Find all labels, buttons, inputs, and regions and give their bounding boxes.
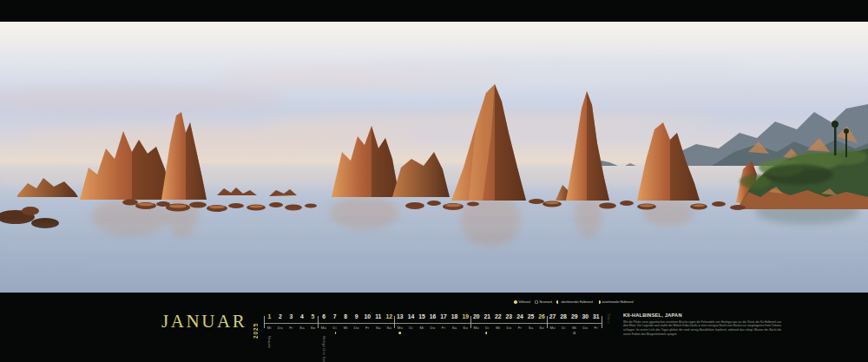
weekday-label: Mi — [493, 326, 504, 330]
weekday-label: Fr — [362, 326, 373, 330]
moon-legend-label: zunehmender Halbmond — [602, 300, 633, 304]
weekday-label: Sa — [373, 326, 385, 330]
weekday-label: Sa — [525, 326, 536, 330]
calendar-day: 10Fr — [362, 313, 373, 362]
week-tick — [470, 316, 471, 328]
moon-legend-item: Vollmond — [514, 300, 530, 304]
moon-legend-label: Neumond — [539, 300, 551, 304]
weekday-label: Fr — [515, 326, 526, 330]
weekday-label: Mo — [470, 326, 482, 330]
day-number: 9 — [351, 313, 362, 319]
calendar-day: 4Sa — [297, 313, 308, 362]
weekday-label: Do — [427, 326, 438, 330]
day-number: 15 — [417, 313, 428, 319]
calendar-day: 7Di — [329, 313, 340, 362]
weekday-label: Do — [275, 326, 286, 330]
calendar-day: 8Mi — [340, 313, 352, 362]
day-number: 3 — [286, 313, 297, 319]
calendar-day: 13Mo — [395, 313, 406, 362]
day-number: 5 — [307, 313, 319, 319]
day-number: 10 — [362, 313, 373, 319]
calendar-day: 3Fr — [286, 313, 297, 362]
moon-legend-item: zunehmender Halbmond — [597, 300, 633, 304]
weekday-label: Mo — [547, 326, 558, 330]
month-title: JANUAR — [161, 311, 247, 332]
moon-legend: VollmondNeumondabnehmender Halbmondzuneh… — [514, 300, 634, 304]
weekday-label: Do — [503, 326, 515, 330]
moon-legend-label: abnehmender Halbmond — [561, 300, 592, 304]
weekday-label: Mo — [319, 326, 330, 330]
calendar-day: 25Sa — [525, 313, 536, 362]
calendar-day: 20Mo — [470, 313, 482, 362]
calendar-day: 15Mi — [417, 313, 428, 362]
weekday-label: So — [307, 326, 319, 330]
day-number: 4 — [297, 313, 308, 319]
week-tick — [318, 316, 319, 328]
caption-body: Wie die Pfeiler einer gigantischen zerst… — [623, 320, 781, 337]
calendar-day: 28Di — [558, 313, 569, 362]
calendar-day: 2Do — [275, 313, 286, 362]
day-number: 11 — [373, 313, 385, 319]
calendar-page: JANUAR 2025 1MiNeujahr2Do3Fr4Sa5So6MoHei… — [0, 0, 868, 362]
day-number: 8 — [340, 313, 352, 319]
calendar-day: 22Mi — [493, 313, 504, 362]
weekday-label: Sa — [297, 326, 308, 330]
weekday-label: Di — [405, 326, 417, 330]
day-number: 2 — [275, 313, 286, 319]
photo-credit: Foto © — [607, 314, 610, 352]
calendar-day: 18Sa — [449, 313, 460, 362]
calendar-day: 19So — [460, 313, 471, 362]
day-number: 21 — [482, 313, 493, 319]
day-number: 20 — [470, 313, 482, 319]
weekday-label: Di — [558, 326, 569, 330]
moon-phase-icon — [333, 332, 337, 335]
week-tick — [264, 316, 265, 328]
calendar-day: 11Sa — [373, 313, 385, 362]
moon-phase-icon — [398, 332, 402, 335]
calendar-day: 30Do — [580, 313, 591, 362]
calendar-day: 31Fr — [591, 313, 602, 362]
panorama-photo — [0, 22, 868, 293]
waning-moon-icon — [556, 300, 560, 304]
weekday-label: So — [536, 326, 548, 330]
weekday-label: Sa — [449, 326, 460, 330]
weekday-label: Do — [351, 326, 362, 330]
weekday-label: Mi — [417, 326, 428, 330]
holiday-label: Neujahr — [267, 336, 271, 349]
day-number: 12 — [384, 313, 395, 319]
day-number: 26 — [536, 313, 548, 319]
day-number: 28 — [558, 313, 569, 319]
new-moon-icon — [535, 300, 538, 304]
holiday-label: Heilige Drei Könige — [322, 336, 326, 362]
day-number: 24 — [515, 313, 526, 319]
day-number: 27 — [547, 313, 558, 319]
caption-title: KII-HALBINSEL, JAPAN — [623, 313, 781, 318]
moon-legend-item: Neumond — [535, 300, 551, 304]
day-number: 16 — [427, 313, 438, 319]
weekday-label: Mi — [264, 326, 275, 330]
day-number: 25 — [525, 313, 536, 319]
full-moon-icon — [514, 300, 517, 304]
calendar-day: 29Mi — [569, 313, 580, 362]
weekday-label: Mi — [569, 326, 580, 330]
moon-phase-icon — [573, 332, 576, 335]
day-number: 14 — [405, 313, 417, 319]
calendar-day: 12So — [384, 313, 395, 362]
calendar-day: 5So — [307, 313, 319, 362]
weekday-label: Fr — [286, 326, 297, 330]
calendar-day: 26So — [536, 313, 548, 362]
calendar-day: 16Do — [427, 313, 438, 362]
day-number: 13 — [395, 313, 406, 319]
weekday-label: Do — [580, 326, 591, 330]
calendar-day: 23Do — [503, 313, 515, 362]
weekday-label: So — [384, 326, 395, 330]
calendar-day: 24Fr — [515, 313, 526, 362]
weekday-label: So — [460, 326, 471, 330]
calendar-day-strip: 1MiNeujahr2Do3Fr4Sa5So6MoHeilige Drei Kö… — [264, 313, 602, 362]
calendar-day: 9Do — [351, 313, 362, 362]
moon-legend-label: Vollmond — [518, 300, 530, 304]
day-number: 17 — [438, 313, 450, 319]
weekday-label: Fr — [438, 326, 450, 330]
calendar-day: 6MoHeilige Drei Könige — [319, 313, 330, 362]
calendar-day: 14Di — [405, 313, 417, 362]
